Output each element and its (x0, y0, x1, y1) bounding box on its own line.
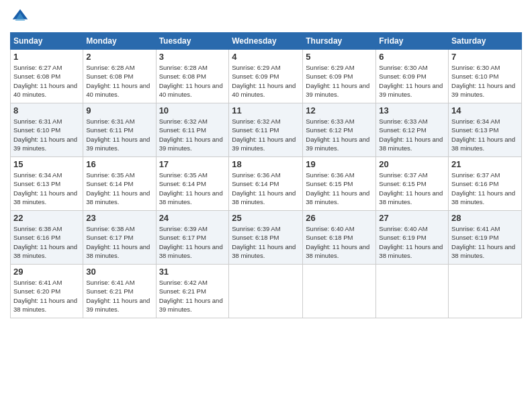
day-info: Sunrise: 6:31 AMSunset: 6:10 PMDaylight:… (13, 118, 77, 152)
page-header (10, 7, 522, 27)
col-friday: Friday (376, 33, 449, 50)
table-row: 22 Sunrise: 6:38 AMSunset: 6:16 PMDaylig… (11, 211, 522, 265)
table-cell: 4 Sunrise: 6:29 AMSunset: 6:09 PMDayligh… (229, 50, 303, 103)
day-info: Sunrise: 6:27 AMSunset: 6:08 PMDaylight:… (13, 64, 77, 98)
table-cell: 17 Sunrise: 6:35 AMSunset: 6:14 PMDaylig… (156, 157, 229, 211)
day-number: 17 (159, 159, 226, 169)
day-number: 31 (159, 267, 226, 277)
day-info: Sunrise: 6:32 AMSunset: 6:11 PMDaylight:… (232, 118, 296, 152)
col-wednesday: Wednesday (229, 33, 303, 50)
table-cell: 2 Sunrise: 6:28 AMSunset: 6:08 PMDayligh… (83, 50, 156, 103)
day-info: Sunrise: 6:39 AMSunset: 6:18 PMDaylight:… (232, 225, 296, 259)
day-number: 18 (232, 159, 300, 169)
table-cell: 13 Sunrise: 6:33 AMSunset: 6:12 PMDaylig… (376, 103, 449, 157)
table-cell: 29 Sunrise: 6:41 AMSunset: 6:20 PMDaylig… (11, 265, 83, 318)
table-cell: 9 Sunrise: 6:31 AMSunset: 6:11 PMDayligh… (83, 103, 156, 157)
day-number: 10 (159, 105, 226, 116)
table-cell: 24 Sunrise: 6:39 AMSunset: 6:17 PMDaylig… (156, 211, 229, 265)
table-cell: 5 Sunrise: 6:29 AMSunset: 6:09 PMDayligh… (303, 50, 376, 103)
day-info: Sunrise: 6:33 AMSunset: 6:12 PMDaylight:… (379, 118, 443, 152)
day-info: Sunrise: 6:41 AMSunset: 6:19 PMDaylight:… (451, 225, 515, 259)
day-info: Sunrise: 6:36 AMSunset: 6:14 PMDaylight:… (232, 171, 296, 205)
day-info: Sunrise: 6:34 AMSunset: 6:13 PMDaylight:… (451, 118, 515, 152)
col-thursday: Thursday (303, 33, 376, 50)
day-number: 27 (379, 213, 445, 223)
day-info: Sunrise: 6:31 AMSunset: 6:11 PMDaylight:… (86, 118, 150, 152)
calendar-table: Sunday Monday Tuesday Wednesday Thursday… (10, 32, 522, 318)
table-cell: 10 Sunrise: 6:32 AMSunset: 6:11 PMDaylig… (156, 103, 229, 157)
table-cell: 16 Sunrise: 6:35 AMSunset: 6:14 PMDaylig… (83, 157, 156, 211)
table-cell: 1 Sunrise: 6:27 AMSunset: 6:08 PMDayligh… (11, 50, 83, 103)
table-cell: 31 Sunrise: 6:42 AMSunset: 6:21 PMDaylig… (156, 265, 229, 318)
day-number: 13 (379, 105, 445, 116)
day-number: 25 (232, 213, 300, 223)
col-monday: Monday (83, 33, 156, 50)
day-number: 9 (86, 105, 152, 116)
calendar-header-row: Sunday Monday Tuesday Wednesday Thursday… (11, 33, 522, 50)
day-info: Sunrise: 6:40 AMSunset: 6:18 PMDaylight:… (306, 225, 369, 259)
day-info: Sunrise: 6:28 AMSunset: 6:08 PMDaylight:… (86, 64, 150, 98)
table-cell: 11 Sunrise: 6:32 AMSunset: 6:11 PMDaylig… (229, 103, 303, 157)
day-number: 28 (451, 213, 519, 223)
day-number: 19 (306, 159, 373, 169)
table-cell: 15 Sunrise: 6:34 AMSunset: 6:13 PMDaylig… (11, 157, 83, 211)
day-number: 14 (451, 105, 519, 116)
day-number: 6 (379, 52, 445, 62)
day-number: 8 (13, 105, 80, 116)
day-number: 24 (159, 213, 226, 223)
day-info: Sunrise: 6:35 AMSunset: 6:14 PMDaylight:… (159, 171, 223, 205)
day-number: 29 (13, 267, 80, 277)
table-cell: 3 Sunrise: 6:28 AMSunset: 6:08 PMDayligh… (156, 50, 229, 103)
day-info: Sunrise: 6:37 AMSunset: 6:15 PMDaylight:… (379, 171, 443, 205)
table-cell: 28 Sunrise: 6:41 AMSunset: 6:19 PMDaylig… (449, 211, 522, 265)
day-number: 22 (13, 213, 80, 223)
day-info: Sunrise: 6:38 AMSunset: 6:17 PMDaylight:… (86, 225, 150, 259)
table-cell (376, 265, 449, 318)
day-info: Sunrise: 6:30 AMSunset: 6:10 PMDaylight:… (451, 64, 515, 98)
table-cell (229, 265, 303, 318)
day-number: 15 (13, 159, 80, 169)
day-number: 4 (232, 52, 300, 62)
table-cell: 8 Sunrise: 6:31 AMSunset: 6:10 PMDayligh… (11, 103, 83, 157)
table-cell: 12 Sunrise: 6:33 AMSunset: 6:12 PMDaylig… (303, 103, 376, 157)
day-number: 30 (86, 267, 152, 277)
day-info: Sunrise: 6:41 AMSunset: 6:21 PMDaylight:… (86, 279, 150, 313)
day-number: 7 (451, 52, 519, 62)
col-saturday: Saturday (449, 33, 522, 50)
day-number: 1 (13, 52, 80, 62)
day-number: 11 (232, 105, 300, 116)
day-number: 23 (86, 213, 152, 223)
day-number: 3 (159, 52, 226, 62)
table-row: 29 Sunrise: 6:41 AMSunset: 6:20 PMDaylig… (11, 265, 522, 318)
day-number: 12 (306, 105, 373, 116)
table-cell: 19 Sunrise: 6:36 AMSunset: 6:15 PMDaylig… (303, 157, 376, 211)
day-number: 26 (306, 213, 373, 223)
day-info: Sunrise: 6:29 AMSunset: 6:09 PMDaylight:… (306, 64, 369, 98)
table-cell: 22 Sunrise: 6:38 AMSunset: 6:16 PMDaylig… (11, 211, 83, 265)
table-cell: 21 Sunrise: 6:37 AMSunset: 6:16 PMDaylig… (449, 157, 522, 211)
day-info: Sunrise: 6:30 AMSunset: 6:09 PMDaylight:… (379, 64, 443, 98)
day-info: Sunrise: 6:33 AMSunset: 6:12 PMDaylight:… (306, 118, 369, 152)
table-cell: 27 Sunrise: 6:40 AMSunset: 6:19 PMDaylig… (376, 211, 449, 265)
table-row: 8 Sunrise: 6:31 AMSunset: 6:10 PMDayligh… (11, 103, 522, 157)
day-number: 5 (306, 52, 373, 62)
table-cell: 7 Sunrise: 6:30 AMSunset: 6:10 PMDayligh… (449, 50, 522, 103)
logo-icon (10, 7, 30, 27)
col-tuesday: Tuesday (156, 33, 229, 50)
table-cell: 20 Sunrise: 6:37 AMSunset: 6:15 PMDaylig… (376, 157, 449, 211)
day-info: Sunrise: 6:38 AMSunset: 6:16 PMDaylight:… (13, 225, 77, 259)
table-cell: 14 Sunrise: 6:34 AMSunset: 6:13 PMDaylig… (449, 103, 522, 157)
day-info: Sunrise: 6:36 AMSunset: 6:15 PMDaylight:… (306, 171, 369, 205)
day-number: 2 (86, 52, 152, 62)
table-cell: 18 Sunrise: 6:36 AMSunset: 6:14 PMDaylig… (229, 157, 303, 211)
day-info: Sunrise: 6:29 AMSunset: 6:09 PMDaylight:… (232, 64, 296, 98)
table-cell: 6 Sunrise: 6:30 AMSunset: 6:09 PMDayligh… (376, 50, 449, 103)
table-cell: 30 Sunrise: 6:41 AMSunset: 6:21 PMDaylig… (83, 265, 156, 318)
table-row: 15 Sunrise: 6:34 AMSunset: 6:13 PMDaylig… (11, 157, 522, 211)
day-info: Sunrise: 6:37 AMSunset: 6:16 PMDaylight:… (451, 171, 515, 205)
table-cell (303, 265, 376, 318)
table-cell (449, 265, 522, 318)
day-info: Sunrise: 6:41 AMSunset: 6:20 PMDaylight:… (13, 279, 77, 313)
day-info: Sunrise: 6:28 AMSunset: 6:08 PMDaylight:… (159, 64, 223, 98)
day-number: 21 (451, 159, 519, 169)
